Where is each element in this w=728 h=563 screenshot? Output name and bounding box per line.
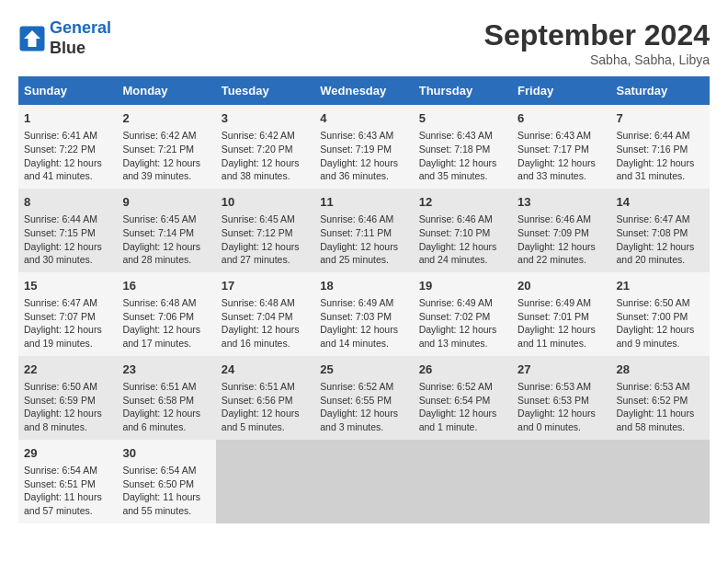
calendar-cell: 12Sunrise: 6:46 AMSunset: 7:10 PMDayligh… xyxy=(414,189,512,272)
day-info: Sunrise: 6:49 AMSunset: 7:02 PMDaylight:… xyxy=(419,296,506,350)
title-area: September 2024 Sabha, Sabha, Libya xyxy=(484,18,710,67)
calendar-cell: 15Sunrise: 6:47 AMSunset: 7:07 PMDayligh… xyxy=(18,272,117,356)
calendar-cell: 21Sunrise: 6:50 AMSunset: 7:00 PMDayligh… xyxy=(611,272,710,356)
day-info: Sunrise: 6:54 AMSunset: 6:50 PMDaylight:… xyxy=(122,464,210,518)
day-info: Sunrise: 6:41 AMSunset: 7:22 PMDaylight:… xyxy=(24,129,111,183)
calendar-cell: 14Sunrise: 6:47 AMSunset: 7:08 PMDayligh… xyxy=(611,189,710,272)
day-info: Sunrise: 6:46 AMSunset: 7:10 PMDaylight:… xyxy=(419,213,506,267)
calendar-cell: 4Sunrise: 6:43 AMSunset: 7:19 PMDaylight… xyxy=(314,105,413,189)
page-header: General Blue September 2024 Sabha, Sabha… xyxy=(18,18,710,67)
day-number: 1 xyxy=(24,110,111,127)
day-info: Sunrise: 6:43 AMSunset: 7:17 PMDaylight:… xyxy=(518,129,605,183)
calendar-cell: 30Sunrise: 6:54 AMSunset: 6:50 PMDayligh… xyxy=(117,440,215,523)
day-info: Sunrise: 6:45 AMSunset: 7:12 PMDaylight:… xyxy=(222,213,309,267)
day-info: Sunrise: 6:44 AMSunset: 7:15 PMDaylight:… xyxy=(24,213,111,267)
day-info: Sunrise: 6:53 AMSunset: 6:53 PMDaylight:… xyxy=(518,380,605,434)
day-number: 20 xyxy=(518,278,605,294)
calendar-cell: 3Sunrise: 6:42 AMSunset: 7:20 PMDaylight… xyxy=(216,105,314,189)
calendar-cell xyxy=(314,440,413,523)
calendar-cell: 22Sunrise: 6:50 AMSunset: 6:59 PMDayligh… xyxy=(18,356,117,440)
logo-icon xyxy=(18,25,46,52)
day-number: 16 xyxy=(122,278,210,294)
day-info: Sunrise: 6:54 AMSunset: 6:51 PMDaylight:… xyxy=(24,464,111,518)
logo-text: General Blue xyxy=(50,18,111,58)
calendar-cell: 17Sunrise: 6:48 AMSunset: 7:04 PMDayligh… xyxy=(216,272,314,356)
calendar-cell: 5Sunrise: 6:43 AMSunset: 7:18 PMDaylight… xyxy=(414,105,512,189)
col-header-thursday: Thursday xyxy=(414,76,512,105)
calendar-cell: 11Sunrise: 6:46 AMSunset: 7:11 PMDayligh… xyxy=(314,189,413,272)
day-info: Sunrise: 6:52 AMSunset: 6:54 PMDaylight:… xyxy=(419,380,506,434)
day-number: 25 xyxy=(320,362,407,378)
day-info: Sunrise: 6:50 AMSunset: 6:59 PMDaylight:… xyxy=(24,380,111,434)
day-number: 28 xyxy=(617,362,704,378)
day-info: Sunrise: 6:47 AMSunset: 7:07 PMDaylight:… xyxy=(24,296,111,350)
day-info: Sunrise: 6:42 AMSunset: 7:21 PMDaylight:… xyxy=(122,129,210,183)
day-number: 7 xyxy=(617,110,704,127)
col-header-friday: Friday xyxy=(512,76,610,105)
calendar-cell: 19Sunrise: 6:49 AMSunset: 7:02 PMDayligh… xyxy=(414,272,512,356)
day-info: Sunrise: 6:49 AMSunset: 7:03 PMDaylight:… xyxy=(320,296,407,350)
day-info: Sunrise: 6:43 AMSunset: 7:18 PMDaylight:… xyxy=(419,129,506,183)
calendar-cell: 28Sunrise: 6:53 AMSunset: 6:52 PMDayligh… xyxy=(611,356,710,440)
day-number: 2 xyxy=(122,110,210,127)
day-info: Sunrise: 6:50 AMSunset: 7:00 PMDaylight:… xyxy=(617,296,704,350)
day-number: 14 xyxy=(617,194,704,211)
day-number: 18 xyxy=(320,278,407,294)
calendar-cell: 24Sunrise: 6:51 AMSunset: 6:56 PMDayligh… xyxy=(216,356,314,440)
day-number: 24 xyxy=(222,362,309,378)
day-info: Sunrise: 6:53 AMSunset: 6:52 PMDaylight:… xyxy=(617,380,704,434)
calendar-cell: 6Sunrise: 6:43 AMSunset: 7:17 PMDaylight… xyxy=(512,105,610,189)
day-info: Sunrise: 6:51 AMSunset: 6:58 PMDaylight:… xyxy=(122,380,210,434)
day-info: Sunrise: 6:45 AMSunset: 7:14 PMDaylight:… xyxy=(122,213,210,267)
calendar-cell: 25Sunrise: 6:52 AMSunset: 6:55 PMDayligh… xyxy=(314,356,413,440)
day-number: 29 xyxy=(24,445,111,462)
calendar-cell xyxy=(611,440,710,523)
calendar-header: SundayMondayTuesdayWednesdayThursdayFrid… xyxy=(18,76,710,105)
calendar-cell: 13Sunrise: 6:46 AMSunset: 7:09 PMDayligh… xyxy=(512,189,610,272)
day-info: Sunrise: 6:46 AMSunset: 7:09 PMDaylight:… xyxy=(518,213,605,267)
day-info: Sunrise: 6:51 AMSunset: 6:56 PMDaylight:… xyxy=(222,380,309,434)
col-header-monday: Monday xyxy=(117,76,215,105)
calendar-cell xyxy=(512,440,610,523)
day-number: 27 xyxy=(518,362,605,378)
calendar-cell: 23Sunrise: 6:51 AMSunset: 6:58 PMDayligh… xyxy=(117,356,215,440)
day-info: Sunrise: 6:49 AMSunset: 7:01 PMDaylight:… xyxy=(518,296,605,350)
day-number: 30 xyxy=(122,445,210,462)
calendar-cell: 16Sunrise: 6:48 AMSunset: 7:06 PMDayligh… xyxy=(117,272,215,356)
day-number: 17 xyxy=(222,278,309,294)
day-number: 19 xyxy=(419,278,506,294)
day-number: 12 xyxy=(419,194,506,211)
calendar-cell: 27Sunrise: 6:53 AMSunset: 6:53 PMDayligh… xyxy=(512,356,610,440)
day-info: Sunrise: 6:46 AMSunset: 7:11 PMDaylight:… xyxy=(320,213,407,267)
calendar-cell xyxy=(216,440,314,523)
col-header-tuesday: Tuesday xyxy=(216,76,314,105)
calendar-cell: 2Sunrise: 6:42 AMSunset: 7:21 PMDaylight… xyxy=(117,105,215,189)
day-number: 22 xyxy=(24,362,111,378)
day-info: Sunrise: 6:48 AMSunset: 7:06 PMDaylight:… xyxy=(122,296,210,350)
day-number: 10 xyxy=(222,194,309,211)
calendar-cell: 8Sunrise: 6:44 AMSunset: 7:15 PMDaylight… xyxy=(18,189,117,272)
day-info: Sunrise: 6:48 AMSunset: 7:04 PMDaylight:… xyxy=(222,296,309,350)
col-header-sunday: Sunday xyxy=(18,76,117,105)
calendar-cell: 10Sunrise: 6:45 AMSunset: 7:12 PMDayligh… xyxy=(216,189,314,272)
day-info: Sunrise: 6:43 AMSunset: 7:19 PMDaylight:… xyxy=(320,129,407,183)
day-number: 3 xyxy=(222,110,309,127)
calendar-body: 1Sunrise: 6:41 AMSunset: 7:22 PMDaylight… xyxy=(18,105,710,523)
day-number: 6 xyxy=(518,110,605,127)
calendar-table: SundayMondayTuesdayWednesdayThursdayFrid… xyxy=(18,76,710,523)
day-number: 13 xyxy=(518,194,605,211)
calendar-cell: 9Sunrise: 6:45 AMSunset: 7:14 PMDaylight… xyxy=(117,189,215,272)
day-info: Sunrise: 6:52 AMSunset: 6:55 PMDaylight:… xyxy=(320,380,407,434)
calendar-cell: 29Sunrise: 6:54 AMSunset: 6:51 PMDayligh… xyxy=(18,440,117,523)
col-header-saturday: Saturday xyxy=(611,76,710,105)
day-number: 4 xyxy=(320,110,407,127)
day-number: 5 xyxy=(419,110,506,127)
day-number: 21 xyxy=(617,278,704,294)
location: Sabha, Sabha, Libya xyxy=(484,52,710,67)
day-number: 9 xyxy=(122,194,210,211)
calendar-cell: 26Sunrise: 6:52 AMSunset: 6:54 PMDayligh… xyxy=(414,356,512,440)
month-title: September 2024 xyxy=(484,18,710,52)
calendar-cell: 20Sunrise: 6:49 AMSunset: 7:01 PMDayligh… xyxy=(512,272,610,356)
day-number: 23 xyxy=(122,362,210,378)
logo: General Blue xyxy=(18,18,111,58)
